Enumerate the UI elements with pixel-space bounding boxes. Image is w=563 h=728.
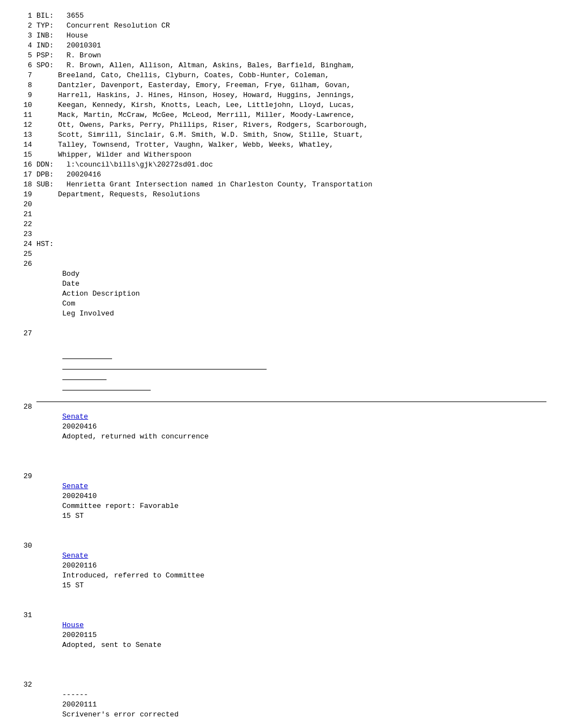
spo-cont-14: Talley, Townsend, Trotter, Vaughn, Walke… <box>36 141 333 149</box>
line-number: 17 <box>17 170 32 180</box>
line-number: 27 <box>17 329 32 402</box>
line-number: 21 <box>17 210 32 220</box>
line-21: 21 <box>17 210 546 220</box>
line-number: 22 <box>17 220 32 229</box>
line-11: 11 Mack, Martin, McCraw, McGee, McLeod, … <box>17 110 546 120</box>
line-30: 30 Senate 20020116 Introduced, referred … <box>17 541 546 611</box>
typ-label: TYP: <box>36 22 67 30</box>
line-number: 14 <box>17 140 32 150</box>
line-number: 15 <box>17 150 32 160</box>
ddn-label: DDN: <box>36 160 67 169</box>
hst-label: HST: <box>36 240 54 248</box>
line-24: 24 HST: <box>17 239 546 249</box>
line-number: 23 <box>17 229 32 239</box>
spo-cont-9: Harrell, Haskins, J. Hines, Hinson, Hose… <box>36 91 355 99</box>
line-9: 9 Harrell, Haskins, J. Hines, Hinson, Ho… <box>17 90 546 100</box>
line-3: 3 INB: House <box>17 31 546 41</box>
line-number: 30 <box>17 541 32 611</box>
line-number: 31 <box>17 611 32 680</box>
line-8: 8 Dantzler, Davenport, Easterday, Emory,… <box>17 81 546 90</box>
line-5: 5 PSP: R. Brown <box>17 51 546 61</box>
sub-value: Henrietta Grant Intersection named in Ch… <box>67 180 373 189</box>
line-number: 1 <box>17 11 32 21</box>
line-number: 24 <box>17 239 32 249</box>
line-31: 31 House 20020115 Adopted, sent to Senat… <box>17 611 546 680</box>
spo-cont-8: Dantzler, Davenport, Easterday, Emory, F… <box>36 81 351 89</box>
line-18: 18 SUB: Henrietta Grant Intersection nam… <box>17 180 546 190</box>
ind-label: IND: <box>36 41 67 50</box>
senate-link-29[interactable]: Senate <box>62 482 88 490</box>
spo-cont-11: Mack, Martin, McCraw, McGee, McLeod, Mer… <box>36 111 355 119</box>
line-6: 6 SPO: R. Brown, Allen, Allison, Altman,… <box>17 61 546 71</box>
ddn-value: l:\council\bills\gjk\20272sd01.doc <box>67 160 213 169</box>
history-col-action: Action Description <box>62 289 267 299</box>
line-14: 14 Talley, Townsend, Trotter, Vaughn, Wa… <box>17 140 546 150</box>
line-28: 28 Senate 20020416 Adopted, returned wit… <box>17 402 546 472</box>
line-number: 3 <box>17 31 32 41</box>
dpb-value: 20020416 <box>67 170 101 179</box>
line-15: 15 Whipper, Wilder and Witherspoon <box>17 150 546 160</box>
line-number: 29 <box>17 472 32 541</box>
line-23: 23 <box>17 229 546 239</box>
line-number: 11 <box>17 110 32 120</box>
spo-cont-10: Keegan, Kennedy, Kirsh, Knotts, Leach, L… <box>36 101 355 109</box>
line-number: 28 <box>17 402 32 472</box>
line-number: 12 <box>17 120 32 130</box>
line-number: 26 <box>17 259 32 329</box>
line-1: 1 BIL: 3655 <box>17 11 546 21</box>
line-32: 32 ------ 20020111 Scrivener's error cor… <box>17 680 546 728</box>
inb-value: House <box>67 31 88 40</box>
inb-label: INB: <box>36 31 67 40</box>
line-20: 20 <box>17 200 546 210</box>
spo-cont-13: Scott, Simrill, Sinclair, G.M. Smith, W.… <box>36 131 364 139</box>
bil-label: BIL: <box>36 12 67 20</box>
line-4: 4 IND: 20010301 <box>17 41 546 51</box>
line-16: 16 DDN: l:\council\bills\gjk\20272sd01.d… <box>17 160 546 170</box>
dpb-label: DPB: <box>36 170 67 179</box>
typ-value: Concurrent Resolution CR <box>67 22 170 30</box>
spo-cont-12: Ott, Owens, Parks, Perry, Phillips, Rise… <box>36 121 368 129</box>
line-7: 7 Breeland, Cato, Chellis, Clyburn, Coat… <box>17 71 546 81</box>
line-number: 6 <box>17 61 32 71</box>
line-number: 7 <box>17 71 32 81</box>
line-number: 13 <box>17 130 32 140</box>
line-number: 4 <box>17 41 32 51</box>
line-19: 19 Department, Requests, Resolutions <box>17 190 546 200</box>
house-link-31[interactable]: House <box>62 621 84 629</box>
bil-value: 3655 <box>67 12 84 20</box>
line-number: 10 <box>17 100 32 110</box>
line-number: 5 <box>17 51 32 61</box>
spo-value-6: R. Brown, Allen, Allison, Altman, Askins… <box>67 61 355 69</box>
line-27: 27 <box>17 329 546 402</box>
history-col-date: Date <box>62 279 112 289</box>
line-number: 8 <box>17 81 32 90</box>
line-2: 2 TYP: Concurrent Resolution CR <box>17 21 546 31</box>
sub-cont-19: Department, Requests, Resolutions <box>36 190 200 199</box>
line-number: 18 <box>17 180 32 190</box>
ind-value: 20010301 <box>67 41 101 50</box>
history-col-body: Body <box>62 269 95 279</box>
line-26: 26 Body Date Action Description Com Leg … <box>17 259 546 329</box>
line-number: 2 <box>17 21 32 31</box>
line-number: 19 <box>17 190 32 200</box>
line-12: 12 Ott, Owens, Parks, Perry, Phillips, R… <box>17 120 546 130</box>
line-10: 10 Keegan, Kennedy, Kirsh, Knotts, Leach… <box>17 100 546 110</box>
line-number: 25 <box>17 249 32 259</box>
psp-value: R. Brown <box>67 51 101 60</box>
bill-content: 1 BIL: 3655 2 TYP: Concurrent Resolution… <box>17 11 546 728</box>
line-number: 20 <box>17 200 32 210</box>
spo-cont-15: Whipper, Wilder and Witherspoon <box>36 151 192 159</box>
line-29: 29 Senate 20020410 Committee report: Fav… <box>17 472 546 541</box>
line-17: 17 DPB: 20020416 <box>17 170 546 180</box>
line-22: 22 <box>17 220 546 229</box>
senate-link-30[interactable]: Senate <box>62 552 88 560</box>
line-13: 13 Scott, Simrill, Sinclair, G.M. Smith,… <box>17 130 546 140</box>
line-number: 32 <box>17 680 32 728</box>
senate-link-28[interactable]: Senate <box>62 413 88 421</box>
line-number: 16 <box>17 160 32 170</box>
spo-cont-7: Breeland, Cato, Chellis, Clyburn, Coates… <box>36 71 330 79</box>
spo-label: SPO: <box>36 61 67 69</box>
sub-label: SUB: <box>36 180 67 189</box>
history-col-com: Com <box>62 299 107 309</box>
line-number: 9 <box>17 90 32 100</box>
